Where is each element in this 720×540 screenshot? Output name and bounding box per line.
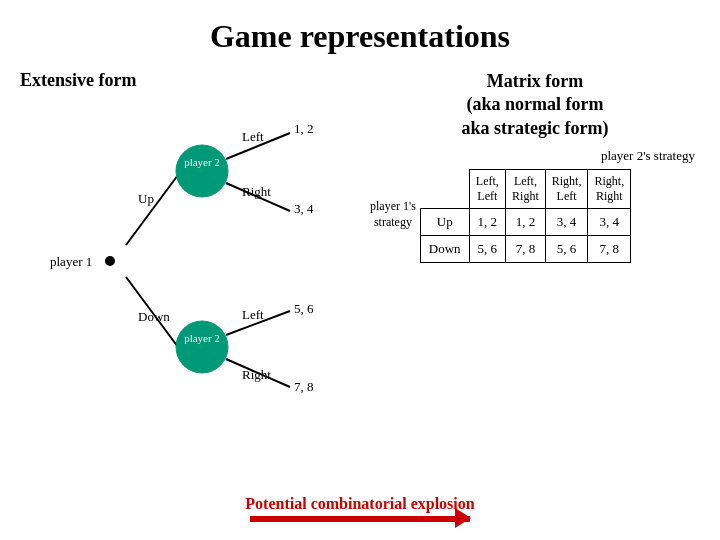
matrix-row-down: Down 5, 6 7, 8 5, 6 7, 8 <box>420 236 630 263</box>
matrix-cell-down-rl: 5, 6 <box>545 236 588 263</box>
matrix-col-header-2: Left,Right <box>506 170 546 209</box>
matrix-row-label-down: Down <box>420 236 469 263</box>
svg-text:3, 4: 3, 4 <box>294 201 314 216</box>
p1-label-bot: strategy <box>374 215 412 229</box>
matrix-row-up: Up 1, 2 1, 2 3, 4 3, 4 <box>420 209 630 236</box>
matrix-table: Left,Left Left,Right Right,Left Right,Ri… <box>420 169 631 263</box>
tree-diagram: Up Down Left Right Left Right 1, 2 3, 4 … <box>30 101 350 441</box>
svg-text:Down: Down <box>138 309 170 324</box>
page-title: Game representations <box>0 0 720 65</box>
svg-text:player 2: player 2 <box>184 156 220 168</box>
matrix-row-label-up: Up <box>420 209 469 236</box>
svg-text:7, 8: 7, 8 <box>294 379 314 394</box>
arrow-right <box>250 516 470 522</box>
matrix-col-header-1: Left,Left <box>469 170 506 209</box>
combinatorial-label: Potential combinatorial explosion <box>245 495 474 513</box>
extensive-form-section: Extensive form Up <box>20 70 360 441</box>
matrix-cell-up-rl: 3, 4 <box>545 209 588 236</box>
matrix-cell-down-ll: 5, 6 <box>469 236 506 263</box>
matrix-cell-down-lr: 7, 8 <box>506 236 546 263</box>
matrix-title-line2: (aka normal form <box>467 94 604 114</box>
svg-text:5, 6: 5, 6 <box>294 301 314 316</box>
bottom-section: Potential combinatorial explosion <box>0 495 720 522</box>
matrix-cell-up-rr: 3, 4 <box>588 209 631 236</box>
svg-point-18 <box>176 145 228 197</box>
svg-text:1, 2: 1, 2 <box>294 121 314 136</box>
svg-text:Left: Left <box>242 307 264 322</box>
matrix-form-title: Matrix form (aka normal form aka strateg… <box>370 70 700 140</box>
matrix-cell-up-ll: 1, 2 <box>469 209 506 236</box>
svg-text:Up: Up <box>138 191 154 206</box>
p1-label-top: player 1's <box>370 199 416 213</box>
svg-text:player 2: player 2 <box>184 332 220 344</box>
matrix-title-line1: Matrix form <box>487 71 583 91</box>
extensive-form-label: Extensive form <box>20 70 360 91</box>
matrix-title-line3: aka strategic form) <box>462 118 609 138</box>
matrix-cell-down-rr: 7, 8 <box>588 236 631 263</box>
svg-text:Left: Left <box>242 129 264 144</box>
svg-point-20 <box>176 321 228 373</box>
tree-svg: Up Down Left Right Left Right 1, 2 3, 4 … <box>30 101 350 441</box>
svg-line-0 <box>126 175 178 245</box>
player2-strategy-label: player 2's strategy <box>370 148 700 164</box>
matrix-col-header-3: Right,Left <box>545 170 588 209</box>
matrix-corner <box>420 170 469 209</box>
matrix-form-section: Matrix form (aka normal form aka strateg… <box>360 70 700 441</box>
matrix-wrapper: player 1's strategy Left,Left Left,Right… <box>370 169 700 263</box>
svg-text:player 1: player 1 <box>50 254 92 269</box>
svg-text:Right: Right <box>242 184 271 199</box>
matrix-col-header-4: Right,Right <box>588 170 631 209</box>
player1-strategy-label: player 1's strategy <box>370 199 416 230</box>
svg-text:Right: Right <box>242 367 271 382</box>
svg-point-16 <box>105 256 115 266</box>
matrix-cell-up-lr: 1, 2 <box>506 209 546 236</box>
